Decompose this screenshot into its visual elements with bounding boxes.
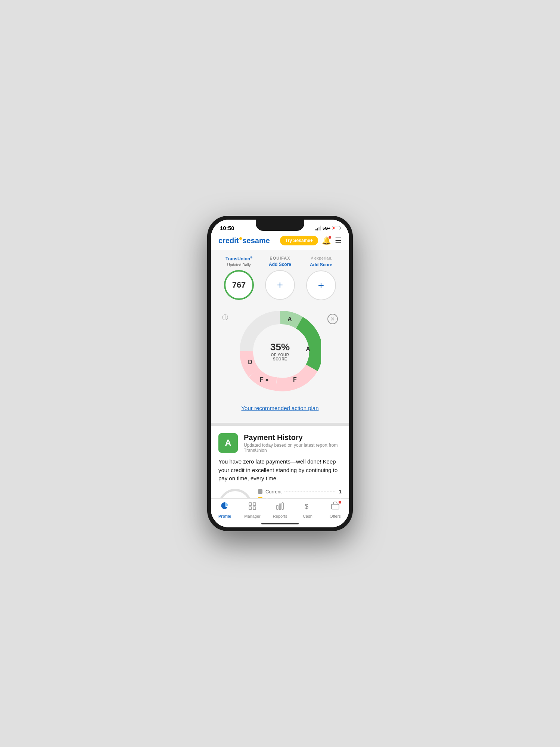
donut-center: 35% OF YOUR SCORE bbox=[270, 341, 290, 361]
svg-rect-8 bbox=[332, 504, 339, 509]
experian-add-label: Add Score bbox=[306, 262, 336, 267]
transunion-score-wrapper: 767 bbox=[224, 270, 254, 300]
equifax-score-card: EQUIFAX Add Score + bbox=[265, 256, 295, 300]
donut-label-2: SCORE bbox=[270, 357, 290, 361]
payment-description: You have zero late payments—well done! K… bbox=[218, 458, 342, 483]
logo-dot bbox=[239, 237, 242, 240]
bell-notification-dot bbox=[329, 236, 331, 239]
payment-title: Payment History bbox=[244, 433, 342, 442]
try-sesame-button[interactable]: Try Sesame+ bbox=[280, 236, 318, 245]
score-section: TransUnion® Updated Daily 767 EQUIFAX Ad… bbox=[211, 250, 349, 423]
svg-text:$: $ bbox=[305, 503, 308, 510]
stat-circle: 1 bbox=[218, 489, 252, 499]
logo: credit sesame bbox=[218, 236, 270, 245]
transunion-label: TransUnion® bbox=[224, 256, 254, 261]
offers-notification-dot bbox=[339, 501, 341, 503]
reports-icon bbox=[276, 502, 284, 513]
svg-rect-3 bbox=[253, 507, 256, 509]
nav-item-reports[interactable]: Reports bbox=[266, 502, 294, 518]
experian-label: ✦ experian. bbox=[306, 256, 336, 261]
segment-label-a-right: A bbox=[306, 346, 310, 352]
scroll-content: credit sesame Try Sesame+ 🔔 ☰ bbox=[211, 233, 349, 498]
manager-icon bbox=[248, 502, 257, 513]
info-button[interactable]: ⓘ bbox=[222, 314, 228, 322]
home-bar bbox=[261, 523, 299, 524]
payment-header: A Payment History Updated today based on… bbox=[218, 433, 342, 453]
close-button[interactable]: ✕ bbox=[327, 314, 338, 324]
current-label: Current bbox=[265, 489, 281, 495]
offers-label: Offers bbox=[330, 514, 341, 518]
stats-row: 1 Current 1 Delinquent bbox=[218, 489, 342, 499]
status-time: 10:50 bbox=[220, 225, 234, 231]
signal-bars-icon bbox=[315, 226, 321, 230]
svg-rect-0 bbox=[249, 503, 252, 505]
donut-area: ⓘ bbox=[218, 306, 342, 400]
network-label: 5G+ bbox=[323, 226, 330, 230]
stat-legend: Current 1 Delinquent 0 Derogator bbox=[258, 489, 342, 499]
payment-subtitle: Updated today based on your latest repor… bbox=[244, 443, 342, 453]
legend-row-current: Current 1 bbox=[258, 489, 342, 495]
grade-badge: A bbox=[218, 433, 238, 453]
cash-icon: $ bbox=[303, 502, 312, 513]
equifax-label: EQUIFAX bbox=[265, 256, 295, 260]
legend-dots bbox=[284, 492, 336, 492]
app-header: credit sesame Try Sesame+ 🔔 ☰ bbox=[211, 233, 349, 250]
offers-icon bbox=[331, 502, 340, 513]
transunion-score-value: 767 bbox=[232, 280, 246, 290]
payment-history-section: A Payment History Updated today based on… bbox=[211, 426, 349, 498]
action-plan-section: Your recommended action plan bbox=[218, 400, 342, 417]
section-divider bbox=[211, 423, 349, 426]
segment-label-f-bottom-right: F bbox=[293, 376, 297, 383]
svg-rect-1 bbox=[249, 507, 252, 509]
equifax-add-button[interactable]: + bbox=[265, 270, 295, 300]
current-value: 1 bbox=[339, 489, 342, 495]
transunion-sub: Updated Daily bbox=[224, 263, 254, 267]
header-right: Try Sesame+ 🔔 ☰ bbox=[280, 236, 342, 245]
bell-button[interactable]: 🔔 bbox=[322, 236, 331, 245]
transunion-score-circle: 767 bbox=[224, 270, 254, 300]
status-icons: 5G+ bbox=[315, 226, 340, 230]
menu-button[interactable]: ☰ bbox=[335, 236, 342, 245]
payment-title-area: Payment History Updated today based on y… bbox=[244, 433, 342, 453]
svg-rect-4 bbox=[277, 505, 278, 509]
donut-label-1: OF YOUR bbox=[270, 353, 290, 357]
nav-item-manager[interactable]: Manager bbox=[239, 502, 266, 518]
svg-rect-5 bbox=[279, 504, 281, 509]
reports-label: Reports bbox=[273, 514, 287, 518]
svg-rect-2 bbox=[253, 503, 256, 505]
bottom-nav: Profile Manager bbox=[211, 498, 349, 520]
segment-label-d: D bbox=[248, 359, 252, 365]
equifax-add-label: Add Score bbox=[265, 262, 295, 267]
svg-rect-6 bbox=[282, 503, 283, 509]
donut-percent: 35% bbox=[270, 341, 290, 353]
transunion-score-card: TransUnion® Updated Daily 767 bbox=[224, 256, 254, 300]
battery-icon bbox=[332, 226, 340, 230]
current-dot bbox=[258, 489, 262, 494]
nav-item-profile[interactable]: Profile bbox=[211, 502, 239, 518]
nav-item-offers[interactable]: Offers bbox=[321, 502, 349, 518]
score-cards: TransUnion® Updated Daily 767 EQUIFAX Ad… bbox=[218, 256, 342, 300]
segment-label-a-top: A bbox=[287, 316, 292, 322]
manager-label: Manager bbox=[244, 514, 260, 518]
experian-score-card: ✦ experian. Add Score + bbox=[306, 256, 336, 300]
profile-icon bbox=[220, 502, 229, 513]
experian-add-button[interactable]: + bbox=[306, 270, 336, 300]
action-plan-link[interactable]: Your recommended action plan bbox=[241, 405, 318, 411]
donut-chart: A A F F ● D 35% OF YOUR SCORE bbox=[239, 310, 321, 392]
segment-label-f-bottom: F ● bbox=[260, 376, 269, 383]
cash-label: Cash bbox=[303, 514, 312, 518]
home-indicator bbox=[211, 520, 349, 527]
profile-label: Profile bbox=[218, 514, 231, 518]
nav-item-cash[interactable]: $ Cash bbox=[294, 502, 321, 518]
